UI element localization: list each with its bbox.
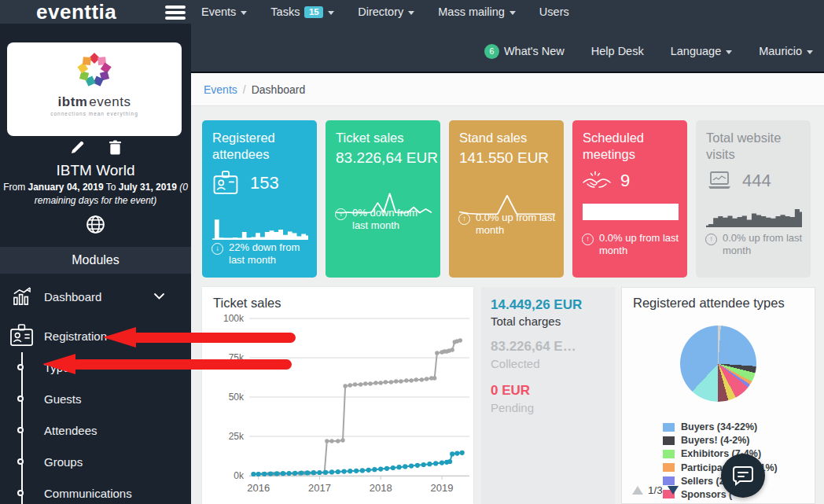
sidebar-item-communications[interactable]: Communications xyxy=(0,477,191,504)
attendees-sparkline xyxy=(212,216,308,240)
delete-trash-icon[interactable] xyxy=(109,140,122,155)
svg-text:2019: 2019 xyxy=(431,482,454,494)
user-menu[interactable]: Mauricio xyxy=(759,45,813,57)
chevron-down-icon xyxy=(154,293,164,300)
chat-widget-button[interactable] xyxy=(721,454,765,498)
ticket-sales-value: 83.226,64 EUR xyxy=(336,149,431,167)
timeline-dot xyxy=(17,490,24,496)
registration-badge-icon xyxy=(9,324,35,348)
nav-tasks[interactable]: Tasks15 xyxy=(270,6,334,18)
caret-down-icon xyxy=(328,11,334,15)
kpi-ticket-sales: Ticket sales 83.226,64 EUR ↓0% down from… xyxy=(326,120,440,278)
sidebar-item-dashboard[interactable]: Dashboard xyxy=(0,281,191,312)
secondary-nav: 6What's New Help Desk Language Mauricio xyxy=(484,39,813,63)
event-name: IBTM World xyxy=(0,162,191,179)
language-menu[interactable]: Language xyxy=(671,45,733,57)
legend-pager: 1/3 xyxy=(632,484,679,496)
sidebar-item-groups[interactable]: Groups xyxy=(0,446,191,477)
kpi-scheduled-meetings: Scheduled meetings 9 ↑0.0% up from last … xyxy=(572,120,687,278)
svg-text:2018: 2018 xyxy=(370,482,392,494)
legend-label: Buyers (34-22%) xyxy=(681,421,757,432)
legend-item: Buyers! (4-2%) xyxy=(663,435,778,446)
attendee-types-title: Registered attendee types xyxy=(633,296,815,311)
nav-users[interactable]: Users xyxy=(539,6,569,18)
legend-swatch xyxy=(663,463,675,472)
kpi-website-visits: Total website visits 444 ↑0.0% up from l… xyxy=(696,120,811,278)
pager-down-icon[interactable] xyxy=(668,486,679,495)
svg-text:25k: 25k xyxy=(229,431,245,442)
event-dates: From January 04, 2019 To July 31, 2019 (… xyxy=(0,181,191,208)
legend-swatch xyxy=(663,450,675,458)
charges-summary-panel: 14.449,26 EUR Total charges 83.226,64 E…… xyxy=(481,287,615,504)
collected-value: 83.226,64 E… xyxy=(491,339,615,355)
legend-label: Sponsors ( xyxy=(681,489,732,500)
nav-events[interactable]: Events xyxy=(201,6,247,18)
total-charges-value: 14.449,26 EUR xyxy=(491,297,615,313)
ibtm-logo-tagline: connections mean everything xyxy=(7,111,182,116)
legend-item: Sponsors ( xyxy=(663,489,778,500)
globe-icon[interactable] xyxy=(86,215,105,234)
collected-label: Collected xyxy=(491,357,615,370)
ibtm-pinwheel-logo xyxy=(72,47,117,93)
attendee-badge-icon xyxy=(212,171,241,196)
pending-value: 0 EUR xyxy=(491,383,615,399)
eventtia-logo[interactable]: eventtia xyxy=(36,0,116,24)
meetings-handshake-icon xyxy=(583,171,611,191)
pending-label: Pending xyxy=(491,401,615,414)
pager-page: 1/3 xyxy=(648,484,663,496)
caret-down-icon xyxy=(807,50,813,54)
svg-text:100k: 100k xyxy=(223,313,245,324)
timeline-dot xyxy=(17,395,24,402)
dashboard-chart-icon xyxy=(12,287,33,307)
meetings-sparkline xyxy=(583,204,679,220)
sidebar-item-attendees[interactable]: Attendees xyxy=(0,414,191,446)
nav-mass-mailing[interactable]: Mass mailing xyxy=(438,6,516,18)
breadcrumb-events-link[interactable]: Events xyxy=(204,83,237,96)
svg-text:2016: 2016 xyxy=(247,482,270,494)
chart-title: Ticket sales xyxy=(213,296,473,311)
sidebar: ibtm events connections mean everything … xyxy=(0,24,191,504)
legend-swatch xyxy=(663,423,675,432)
event-logo-card[interactable]: ibtm events connections mean everything xyxy=(7,42,182,136)
tasks-count-badge: 15 xyxy=(304,6,323,18)
pager-up-icon[interactable] xyxy=(632,486,643,495)
help-desk-link[interactable]: Help Desk xyxy=(591,45,644,57)
svg-text:0k: 0k xyxy=(234,470,245,481)
caret-down-icon xyxy=(408,11,414,15)
sidebar-item-guests[interactable]: Guests xyxy=(0,383,191,414)
caret-down-icon xyxy=(509,11,516,15)
legend-swatch xyxy=(663,436,675,445)
trend-up-icon: ↑ xyxy=(458,213,470,225)
caret-down-icon xyxy=(726,50,732,54)
svg-text:50k: 50k xyxy=(229,392,245,403)
legend-label: Buyers! (4-2%) xyxy=(681,435,750,446)
whats-new-count-badge: 6 xyxy=(484,44,499,59)
caret-down-icon xyxy=(241,11,247,15)
kpi-cards-row: Registered attendees 153 ↓22% down from … xyxy=(202,120,811,278)
attendee-types-panel: Registered attendee types Buyers (34-22%… xyxy=(621,287,815,504)
trend-up-icon: ↑ xyxy=(582,234,594,245)
timeline-dot xyxy=(17,364,24,370)
nav-directory[interactable]: Directory xyxy=(358,6,414,18)
modules-header: Modules xyxy=(0,247,191,274)
trend-down-icon: ↓ xyxy=(335,208,347,220)
total-charges-label: Total charges xyxy=(491,315,615,328)
meetings-count: 9 xyxy=(620,171,630,191)
main-nav: Events Tasks15 Directory Mass mailing Us… xyxy=(201,0,569,24)
edit-pencil-icon[interactable] xyxy=(70,140,85,155)
chat-bubble-icon xyxy=(731,464,755,487)
kpi-registered-attendees: Registered attendees 153 ↓22% down from … xyxy=(202,120,317,278)
timeline-dot xyxy=(17,458,24,465)
visits-sparkline xyxy=(706,204,802,227)
breadcrumb-current: Dashboard xyxy=(252,83,306,96)
ticket-sales-chart-panel: Ticket sales 100k75k50k25k0k201620172018… xyxy=(202,287,473,504)
kpi-stand-sales: Stand sales 141.550 EUR ↑0.0% up from la… xyxy=(449,120,564,278)
hamburger-menu-icon[interactable] xyxy=(165,6,186,20)
trend-up-icon: ↑ xyxy=(705,234,717,245)
ibtm-logo-text: ibtm events xyxy=(7,94,182,110)
whats-new-link[interactable]: 6What's New xyxy=(484,44,565,59)
legend-item: Exhibitors (7-4%) xyxy=(663,448,778,459)
legend-item: Buyers (34-22%) xyxy=(663,421,778,432)
stand-sales-value: 141.550 EUR xyxy=(459,149,554,167)
visits-count: 444 xyxy=(742,171,771,191)
